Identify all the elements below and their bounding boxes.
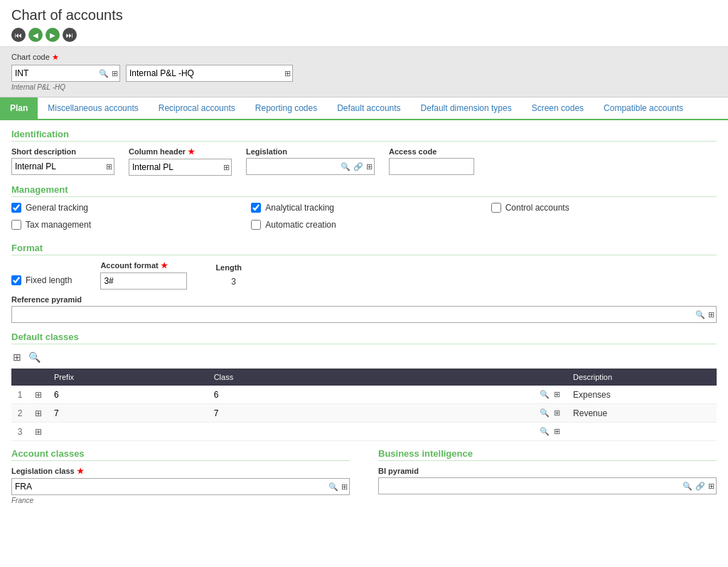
reference-pyramid-grid-icon[interactable]: ⊞ (707, 309, 716, 321)
legislation-class-input-group: 🔍 ⊞ (11, 478, 350, 495)
reference-pyramid-field: Reference pyramid 🔍 ⊞ (11, 295, 717, 323)
legislation-class-search-icon[interactable]: 🔍 (327, 481, 340, 493)
col-icon (28, 369, 48, 386)
row-1-class-input[interactable] (214, 390, 537, 400)
length-field: Length 3 (215, 263, 242, 290)
fixed-length-label: Fixed length (26, 275, 72, 285)
column-header-label: Column header ★ (129, 147, 232, 157)
row-2-class: 🔍 ⊞ (208, 404, 567, 423)
control-accounts-label: Control accounts (505, 203, 569, 213)
chart-code-input-group: 🔍 ⊞ (11, 65, 120, 82)
account-format-input[interactable] (101, 275, 186, 287)
reference-pyramid-input-group: 🔍 ⊞ (11, 306, 717, 323)
row-2-icon[interactable]: ⊞ (28, 404, 48, 423)
row-2-prefix-input[interactable] (54, 408, 97, 418)
legislation-class-grid-icon[interactable]: ⊞ (340, 481, 349, 493)
reference-pyramid-input[interactable] (12, 308, 694, 321)
control-accounts-checkbox-row: Control accounts (491, 203, 717, 213)
row-3-class: 🔍 ⊞ (208, 423, 567, 441)
row-1-prefix-input[interactable] (54, 390, 97, 400)
tab-compatible-accounts[interactable]: Compatible accounts (594, 97, 693, 119)
fixed-length-checkbox[interactable] (11, 275, 21, 285)
bi-pyramid-input[interactable] (379, 479, 681, 492)
row-2-description: Revenue (567, 404, 717, 423)
nav-last-button[interactable]: ⏭ (63, 28, 77, 42)
access-code-input[interactable] (390, 160, 473, 173)
short-description-grid-icon[interactable]: ⊞ (105, 161, 114, 173)
general-tracking-checkbox[interactable] (11, 203, 21, 213)
management-section-title: Management (11, 184, 717, 197)
row-3-icon[interactable]: ⊞ (28, 423, 48, 441)
tab-reporting-codes[interactable]: Reporting codes (245, 97, 327, 119)
row-2-prefix (48, 404, 208, 423)
length-value: 3 (215, 274, 242, 290)
identification-section-title: Identification (11, 129, 717, 142)
nav-first-button[interactable]: ⏮ (11, 28, 26, 42)
business-intelligence-section-title: Business intelligence (378, 448, 717, 461)
tax-management-checkbox-row: Tax management (11, 220, 237, 230)
chart-description-input-group: ⊞ (126, 65, 293, 82)
short-description-input[interactable] (12, 160, 105, 173)
account-format-label: Account format ★ (100, 261, 187, 270)
tab-default-dimension-types[interactable]: Default dimension types (411, 97, 522, 119)
legislation-search-icon[interactable]: 🔍 (339, 161, 352, 173)
bi-pyramid-field: BI pyramid 🔍 🔗 ⊞ (378, 467, 717, 494)
tabs-bar: Plan Miscellaneous accounts Reciprocal a… (0, 97, 728, 120)
fixed-length-checkbox-row: Fixed length (11, 275, 72, 285)
row-3-class-grid-icon[interactable]: ⊞ (552, 425, 562, 438)
legislation-input[interactable] (247, 160, 339, 173)
row-2-class-grid-icon[interactable]: ⊞ (552, 407, 562, 419)
bi-pyramid-grid-icon[interactable]: ⊞ (707, 480, 716, 492)
automatic-creation-checkbox-row: Automatic creation (251, 220, 476, 230)
bi-pyramid-link-icon[interactable]: 🔗 (694, 480, 707, 492)
column-header-grid-icon[interactable]: ⊞ (222, 161, 231, 174)
row-2-num: 2 (11, 404, 28, 423)
legislation-class-input[interactable] (12, 480, 327, 493)
legislation-field: Legislation 🔍 🔗 ⊞ (246, 147, 375, 176)
chart-code-hint: Internal P&L -HQ (11, 83, 120, 91)
tab-plan[interactable]: Plan (0, 97, 38, 119)
tax-management-label: Tax management (26, 220, 91, 230)
chart-code-bar: Chart code ★ 🔍 ⊞ Internal P&L -HQ ⊞ (0, 47, 728, 97)
tab-reciprocal-accounts[interactable]: Reciprocal accounts (149, 97, 245, 119)
row-3-prefix-input[interactable] (54, 427, 97, 437)
bi-pyramid-search-icon[interactable]: 🔍 (681, 480, 694, 492)
add-row-button[interactable]: ⊞ (11, 350, 23, 364)
legislation-input-group: 🔍 🔗 ⊞ (246, 158, 375, 175)
nav-prev-button[interactable]: ◀ (28, 28, 43, 42)
column-header-input[interactable] (129, 161, 222, 174)
row-2-class-search-icon[interactable]: 🔍 (538, 407, 551, 419)
tab-screen-codes[interactable]: Screen codes (522, 97, 594, 119)
row-2-class-input[interactable] (214, 408, 537, 418)
nav-next-button[interactable]: ▶ (46, 28, 60, 42)
table-row: 2 ⊞ 🔍 ⊞ Revenue (11, 404, 717, 423)
legislation-link-icon[interactable]: 🔗 (352, 161, 365, 173)
control-accounts-checkbox[interactable] (491, 203, 501, 213)
tab-default-accounts[interactable]: Default accounts (327, 97, 410, 119)
chart-code-search-icon[interactable]: 🔍 (97, 68, 110, 80)
analytical-tracking-label: Analytical tracking (265, 203, 334, 213)
chart-description-input[interactable] (127, 67, 283, 80)
general-tracking-label: General tracking (26, 203, 88, 213)
identification-row: Short description ⊞ Column header ★ ⊞ Le… (11, 147, 717, 176)
account-classes-section: Account classes Legislation class ★ 🔍 ⊞ … (11, 448, 350, 504)
default-classes-section-title: Default classes (11, 332, 717, 344)
chart-code-input[interactable] (12, 67, 97, 80)
reference-pyramid-search-icon[interactable]: 🔍 (694, 309, 707, 321)
column-header-input-group: ⊞ (129, 159, 232, 176)
row-1-class-grid-icon[interactable]: ⊞ (552, 388, 562, 401)
row-1-icon[interactable]: ⊞ (28, 386, 48, 404)
automatic-creation-label: Automatic creation (265, 220, 336, 230)
tab-miscellaneous-accounts[interactable]: Miscellaneous accounts (38, 97, 148, 119)
row-1-class-search-icon[interactable]: 🔍 (538, 388, 551, 401)
automatic-creation-checkbox[interactable] (251, 220, 261, 230)
row-3-class-search-icon[interactable]: 🔍 (538, 425, 551, 438)
page-title: Chart of accounts (11, 7, 717, 23)
search-table-button[interactable]: 🔍 (27, 350, 42, 364)
legislation-grid-icon[interactable]: ⊞ (365, 161, 374, 173)
row-3-class-input[interactable] (214, 427, 537, 437)
chart-code-grid-icon[interactable]: ⊞ (110, 68, 119, 80)
analytical-tracking-checkbox[interactable] (251, 203, 261, 213)
chart-description-grid-icon[interactable]: ⊞ (283, 68, 292, 80)
tax-management-checkbox[interactable] (11, 220, 21, 230)
